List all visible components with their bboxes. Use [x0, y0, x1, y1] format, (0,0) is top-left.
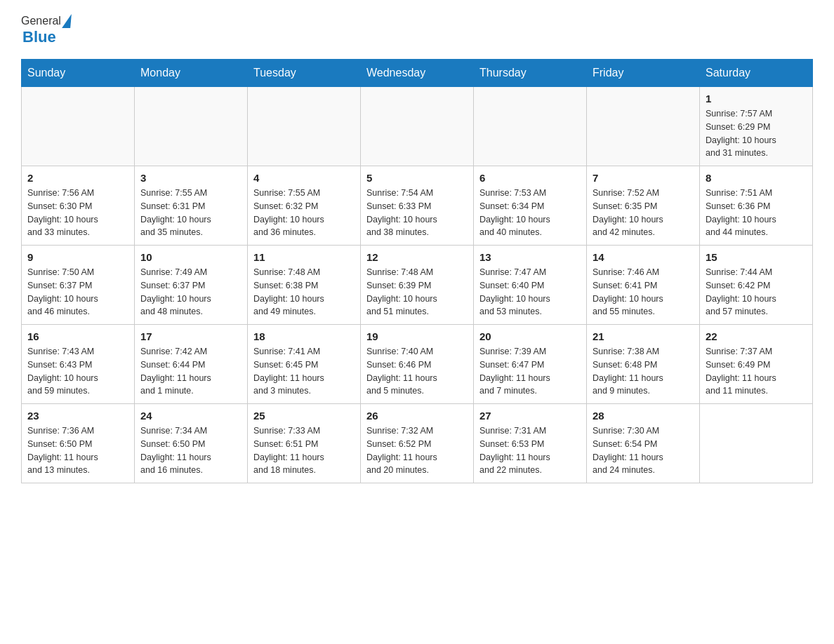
calendar-cell	[22, 87, 135, 166]
logo-blue-text: Blue	[22, 28, 56, 46]
logo: General Blue	[21, 14, 73, 46]
day-number: 20	[479, 330, 581, 342]
day-info: Sunrise: 7:30 AM Sunset: 6:54 PM Dayligh…	[593, 424, 694, 477]
calendar-cell: 24Sunrise: 7:34 AM Sunset: 6:50 PM Dayli…	[135, 404, 248, 483]
calendar-cell: 3Sunrise: 7:55 AM Sunset: 6:31 PM Daylig…	[135, 166, 248, 246]
calendar-cell: 14Sunrise: 7:46 AM Sunset: 6:41 PM Dayli…	[587, 246, 700, 325]
weekday-header-friday: Friday	[587, 60, 700, 87]
calendar-cell: 6Sunrise: 7:53 AM Sunset: 6:34 PM Daylig…	[474, 166, 587, 246]
day-info: Sunrise: 7:44 AM Sunset: 6:42 PM Dayligh…	[706, 266, 807, 318]
day-number: 11	[253, 251, 355, 263]
day-info: Sunrise: 7:36 AM Sunset: 6:50 PM Dayligh…	[27, 424, 128, 477]
calendar-cell	[474, 87, 587, 166]
calendar-cell: 19Sunrise: 7:40 AM Sunset: 6:46 PM Dayli…	[361, 325, 474, 404]
week-row-3: 9Sunrise: 7:50 AM Sunset: 6:37 PM Daylig…	[22, 246, 813, 325]
calendar-cell: 9Sunrise: 7:50 AM Sunset: 6:37 PM Daylig…	[22, 246, 135, 325]
calendar-cell: 23Sunrise: 7:36 AM Sunset: 6:50 PM Dayli…	[22, 404, 135, 483]
day-number: 27	[479, 410, 581, 422]
calendar-cell: 4Sunrise: 7:55 AM Sunset: 6:32 PM Daylig…	[248, 166, 361, 246]
calendar-cell: 17Sunrise: 7:42 AM Sunset: 6:44 PM Dayli…	[135, 325, 248, 404]
calendar-table: SundayMondayTuesdayWednesdayThursdayFrid…	[21, 59, 813, 483]
weekday-header-thursday: Thursday	[474, 60, 587, 87]
calendar-cell: 5Sunrise: 7:54 AM Sunset: 6:33 PM Daylig…	[361, 166, 474, 246]
day-number: 10	[140, 251, 241, 263]
day-number: 23	[27, 410, 128, 422]
day-info: Sunrise: 7:52 AM Sunset: 6:35 PM Dayligh…	[593, 187, 694, 239]
day-number: 21	[593, 330, 694, 342]
calendar-cell	[135, 87, 248, 166]
weekday-header-row: SundayMondayTuesdayWednesdayThursdayFrid…	[22, 60, 813, 87]
weekday-header-monday: Monday	[135, 60, 248, 87]
day-info: Sunrise: 7:50 AM Sunset: 6:37 PM Dayligh…	[27, 266, 128, 318]
calendar-cell: 20Sunrise: 7:39 AM Sunset: 6:47 PM Dayli…	[474, 325, 587, 404]
day-info: Sunrise: 7:54 AM Sunset: 6:33 PM Dayligh…	[366, 187, 468, 239]
day-info: Sunrise: 7:34 AM Sunset: 6:50 PM Dayligh…	[140, 424, 241, 477]
day-info: Sunrise: 7:32 AM Sunset: 6:52 PM Dayligh…	[366, 424, 468, 477]
day-info: Sunrise: 7:42 AM Sunset: 6:44 PM Dayligh…	[140, 345, 241, 398]
calendar-cell: 15Sunrise: 7:44 AM Sunset: 6:42 PM Dayli…	[700, 246, 813, 325]
calendar-cell: 8Sunrise: 7:51 AM Sunset: 6:36 PM Daylig…	[700, 166, 813, 246]
day-number: 19	[366, 330, 468, 342]
weekday-header-wednesday: Wednesday	[361, 60, 474, 87]
calendar-cell: 11Sunrise: 7:48 AM Sunset: 6:38 PM Dayli…	[248, 246, 361, 325]
day-info: Sunrise: 7:48 AM Sunset: 6:38 PM Dayligh…	[253, 266, 355, 318]
day-number: 13	[479, 251, 581, 263]
week-row-2: 2Sunrise: 7:56 AM Sunset: 6:30 PM Daylig…	[22, 166, 813, 246]
day-info: Sunrise: 7:38 AM Sunset: 6:48 PM Dayligh…	[593, 345, 694, 398]
calendar-cell: 26Sunrise: 7:32 AM Sunset: 6:52 PM Dayli…	[361, 404, 474, 483]
page-header: General Blue	[21, 14, 813, 46]
calendar-cell: 25Sunrise: 7:33 AM Sunset: 6:51 PM Dayli…	[248, 404, 361, 483]
day-number: 2	[27, 172, 128, 184]
day-info: Sunrise: 7:56 AM Sunset: 6:30 PM Dayligh…	[27, 187, 128, 239]
calendar-cell: 10Sunrise: 7:49 AM Sunset: 6:37 PM Dayli…	[135, 246, 248, 325]
weekday-header-tuesday: Tuesday	[248, 60, 361, 87]
day-number: 8	[706, 172, 807, 184]
day-number: 3	[140, 172, 241, 184]
day-number: 5	[366, 172, 468, 184]
day-info: Sunrise: 7:31 AM Sunset: 6:53 PM Dayligh…	[479, 424, 581, 477]
day-info: Sunrise: 7:39 AM Sunset: 6:47 PM Dayligh…	[479, 345, 581, 398]
day-number: 12	[366, 251, 468, 263]
calendar-cell: 21Sunrise: 7:38 AM Sunset: 6:48 PM Dayli…	[587, 325, 700, 404]
day-number: 14	[593, 251, 694, 263]
calendar-cell: 16Sunrise: 7:43 AM Sunset: 6:43 PM Dayli…	[22, 325, 135, 404]
logo-triangle-icon	[62, 14, 72, 28]
day-number: 6	[479, 172, 581, 184]
day-info: Sunrise: 7:43 AM Sunset: 6:43 PM Dayligh…	[27, 345, 128, 398]
calendar-cell: 2Sunrise: 7:56 AM Sunset: 6:30 PM Daylig…	[22, 166, 135, 246]
day-number: 7	[593, 172, 694, 184]
day-info: Sunrise: 7:46 AM Sunset: 6:41 PM Dayligh…	[593, 266, 694, 318]
calendar-cell: 27Sunrise: 7:31 AM Sunset: 6:53 PM Dayli…	[474, 404, 587, 483]
week-row-4: 16Sunrise: 7:43 AM Sunset: 6:43 PM Dayli…	[22, 325, 813, 404]
day-number: 17	[140, 330, 241, 342]
day-number: 16	[27, 330, 128, 342]
day-number: 15	[706, 251, 807, 263]
logo-general-text: General	[21, 15, 61, 27]
day-info: Sunrise: 7:51 AM Sunset: 6:36 PM Dayligh…	[706, 187, 807, 239]
day-info: Sunrise: 7:47 AM Sunset: 6:40 PM Dayligh…	[479, 266, 581, 318]
day-info: Sunrise: 7:33 AM Sunset: 6:51 PM Dayligh…	[253, 424, 355, 477]
calendar-cell: 7Sunrise: 7:52 AM Sunset: 6:35 PM Daylig…	[587, 166, 700, 246]
calendar-cell	[587, 87, 700, 166]
day-info: Sunrise: 7:49 AM Sunset: 6:37 PM Dayligh…	[140, 266, 241, 318]
calendar-cell: 12Sunrise: 7:48 AM Sunset: 6:39 PM Dayli…	[361, 246, 474, 325]
day-info: Sunrise: 7:53 AM Sunset: 6:34 PM Dayligh…	[479, 187, 581, 239]
day-number: 9	[27, 251, 128, 263]
day-info: Sunrise: 7:41 AM Sunset: 6:45 PM Dayligh…	[253, 345, 355, 398]
weekday-header-saturday: Saturday	[700, 60, 813, 87]
calendar-cell: 1Sunrise: 7:57 AM Sunset: 6:29 PM Daylig…	[700, 87, 813, 166]
day-info: Sunrise: 7:55 AM Sunset: 6:32 PM Dayligh…	[253, 187, 355, 239]
day-info: Sunrise: 7:55 AM Sunset: 6:31 PM Dayligh…	[140, 187, 241, 239]
calendar-cell	[248, 87, 361, 166]
week-row-1: 1Sunrise: 7:57 AM Sunset: 6:29 PM Daylig…	[22, 87, 813, 166]
week-row-5: 23Sunrise: 7:36 AM Sunset: 6:50 PM Dayli…	[22, 404, 813, 483]
calendar-cell: 22Sunrise: 7:37 AM Sunset: 6:49 PM Dayli…	[700, 325, 813, 404]
day-number: 22	[706, 330, 807, 342]
calendar-cell: 13Sunrise: 7:47 AM Sunset: 6:40 PM Dayli…	[474, 246, 587, 325]
day-number: 1	[706, 93, 807, 105]
day-number: 18	[253, 330, 355, 342]
calendar-cell	[361, 87, 474, 166]
weekday-header-sunday: Sunday	[22, 60, 135, 87]
calendar-cell: 28Sunrise: 7:30 AM Sunset: 6:54 PM Dayli…	[587, 404, 700, 483]
day-number: 26	[366, 410, 468, 422]
